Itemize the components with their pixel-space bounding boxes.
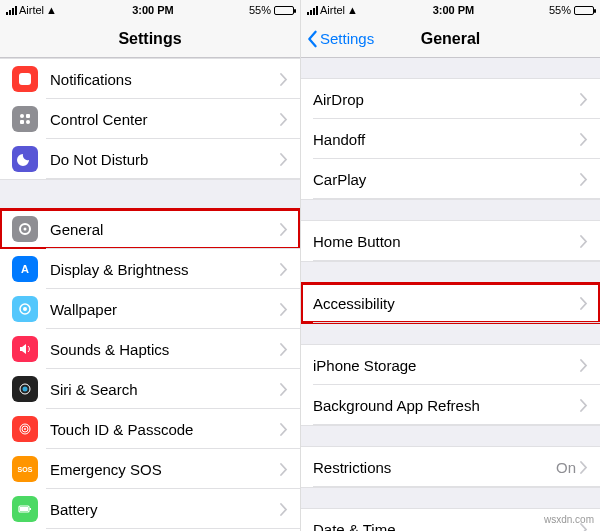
chevron-right-icon xyxy=(280,113,288,126)
general-row-accessibility[interactable]: Accessibility xyxy=(301,283,600,323)
battery-percent: 55% xyxy=(249,4,271,16)
wifi-icon: ▲ xyxy=(46,4,57,16)
wallpaper-icon xyxy=(12,296,38,322)
carrier-label: Airtel xyxy=(320,4,345,16)
settings-row-display-brightness[interactable]: ADisplay & Brightness xyxy=(0,249,300,289)
chevron-right-icon xyxy=(580,461,588,474)
battery-icon xyxy=(12,496,38,522)
sos-icon: SOS xyxy=(12,456,38,482)
general-row-handoff[interactable]: Handoff xyxy=(301,119,600,159)
row-label: Wallpaper xyxy=(50,301,280,318)
svg-rect-3 xyxy=(20,120,24,124)
general-screen: Airtel ▲ 3:00 PM 55% Settings General Ai… xyxy=(300,0,600,531)
row-label: Display & Brightness xyxy=(50,261,280,278)
nav-bar: Settings xyxy=(0,20,300,58)
svg-point-4 xyxy=(26,120,30,124)
chevron-right-icon xyxy=(580,297,588,310)
status-right: 55% xyxy=(549,4,594,16)
chevron-right-icon xyxy=(280,303,288,316)
battery-percent: 55% xyxy=(549,4,571,16)
page-title: General xyxy=(421,30,481,48)
general-row-iphone-storage[interactable]: iPhone Storage xyxy=(301,345,600,385)
row-label: AirDrop xyxy=(313,91,580,108)
chevron-right-icon xyxy=(580,359,588,372)
dnd-icon xyxy=(12,146,38,172)
row-label: Restrictions xyxy=(313,459,556,476)
settings-row-touch-id-passcode[interactable]: Touch ID & Passcode xyxy=(0,409,300,449)
general-row-carplay[interactable]: CarPlay xyxy=(301,159,600,199)
status-time: 3:00 PM xyxy=(132,4,174,16)
status-left: Airtel ▲ xyxy=(6,4,57,16)
svg-rect-2 xyxy=(26,114,30,118)
settings-row-sounds-haptics[interactable]: Sounds & Haptics xyxy=(0,329,300,369)
chevron-right-icon xyxy=(580,235,588,248)
control-center-icon xyxy=(12,106,38,132)
chevron-right-icon xyxy=(580,133,588,146)
settings-screen: Airtel ▲ 3:00 PM 55% Settings Notificati… xyxy=(0,0,300,531)
carrier-label: Airtel xyxy=(19,4,44,16)
chevron-right-icon xyxy=(280,263,288,276)
sounds-icon xyxy=(12,336,38,362)
chevron-left-icon xyxy=(305,30,319,48)
settings-row-notifications[interactable]: Notifications xyxy=(0,59,300,99)
settings-row-general[interactable]: General xyxy=(0,209,300,249)
row-label: Battery xyxy=(50,501,280,518)
chevron-right-icon xyxy=(280,153,288,166)
status-bar: Airtel ▲ 3:00 PM 55% xyxy=(0,0,300,20)
svg-point-1 xyxy=(20,114,24,118)
signal-icon xyxy=(307,6,318,15)
row-label: Sounds & Haptics xyxy=(50,341,280,358)
row-label: Accessibility xyxy=(313,295,580,312)
settings-row-emergency-sos[interactable]: SOSEmergency SOS xyxy=(0,449,300,489)
back-label: Settings xyxy=(320,30,374,47)
chevron-right-icon xyxy=(280,463,288,476)
svg-point-14 xyxy=(24,428,26,430)
svg-rect-0 xyxy=(19,73,31,85)
page-title: Settings xyxy=(118,30,181,48)
chevron-right-icon xyxy=(280,423,288,436)
row-label: Notifications xyxy=(50,71,280,88)
svg-text:A: A xyxy=(21,263,29,275)
settings-list[interactable]: NotificationsControl CenterDo Not Distur… xyxy=(0,58,300,531)
general-list[interactable]: AirDropHandoffCarPlayHome ButtonAccessib… xyxy=(301,58,600,531)
svg-rect-17 xyxy=(30,508,32,510)
chevron-right-icon xyxy=(280,73,288,86)
settings-row-do-not-disturb[interactable]: Do Not Disturb xyxy=(0,139,300,179)
chevron-right-icon xyxy=(280,223,288,236)
general-row-background-app-refresh[interactable]: Background App Refresh xyxy=(301,385,600,425)
svg-point-11 xyxy=(23,387,28,392)
row-label: iPhone Storage xyxy=(313,357,580,374)
wifi-icon: ▲ xyxy=(347,4,358,16)
settings-row-battery[interactable]: Battery xyxy=(0,489,300,529)
chevron-right-icon xyxy=(580,173,588,186)
battery-icon xyxy=(274,6,294,15)
settings-row-control-center[interactable]: Control Center xyxy=(0,99,300,139)
battery-icon xyxy=(574,6,594,15)
display-icon: A xyxy=(12,256,38,282)
settings-row-siri-search[interactable]: Siri & Search xyxy=(0,369,300,409)
svg-point-6 xyxy=(24,228,27,231)
general-row-home-button[interactable]: Home Button xyxy=(301,221,600,261)
chevron-right-icon xyxy=(280,383,288,396)
status-time: 3:00 PM xyxy=(433,4,475,16)
general-row-restrictions[interactable]: RestrictionsOn xyxy=(301,447,600,487)
row-label: Touch ID & Passcode xyxy=(50,421,280,438)
back-button[interactable]: Settings xyxy=(305,20,374,57)
status-left: Airtel ▲ xyxy=(307,4,358,16)
svg-text:SOS: SOS xyxy=(18,466,33,473)
row-label: Do Not Disturb xyxy=(50,151,280,168)
row-detail: On xyxy=(556,459,576,476)
chevron-right-icon xyxy=(580,93,588,106)
row-label: General xyxy=(50,221,280,238)
signal-icon xyxy=(6,6,17,15)
nav-bar: Settings General xyxy=(301,20,600,58)
settings-row-wallpaper[interactable]: Wallpaper xyxy=(0,289,300,329)
touchid-icon xyxy=(12,416,38,442)
general-row-airdrop[interactable]: AirDrop xyxy=(301,79,600,119)
row-label: CarPlay xyxy=(313,171,580,188)
svg-point-9 xyxy=(23,307,27,311)
status-right: 55% xyxy=(249,4,294,16)
watermark: wsxdn.com xyxy=(544,514,594,525)
general-icon xyxy=(12,216,38,242)
row-label: Siri & Search xyxy=(50,381,280,398)
